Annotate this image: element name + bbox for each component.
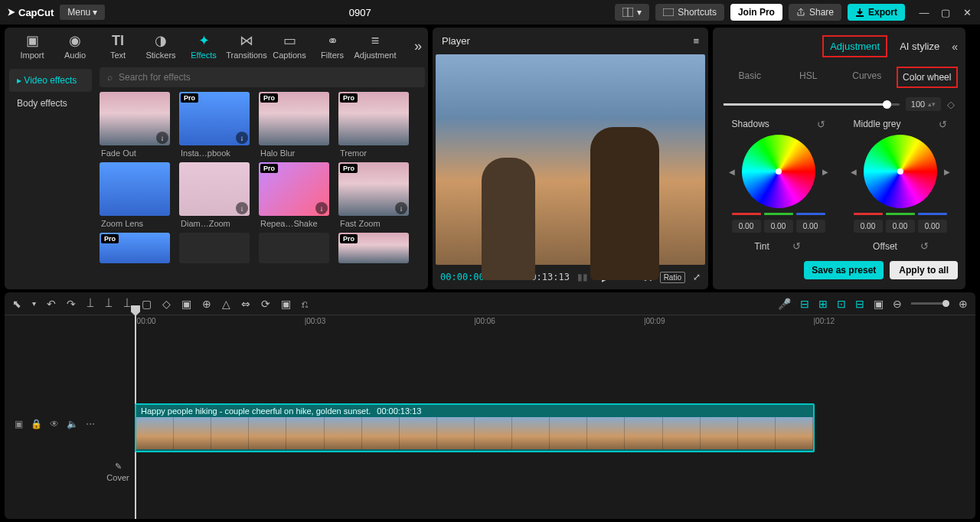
select-dropdown-icon[interactable]: ▾ bbox=[32, 299, 36, 308]
maximize-button[interactable]: ▢ bbox=[939, 7, 952, 18]
trim-left-tool[interactable]: ⟘ bbox=[105, 297, 113, 310]
nav-effects[interactable]: ✦Effects bbox=[182, 32, 225, 60]
middlegrey-b[interactable]: 0.00 bbox=[918, 220, 947, 233]
subtab-hsl[interactable]: HSL bbox=[779, 67, 838, 88]
arrow-right-icon[interactable]: ▶ bbox=[822, 168, 828, 176]
download-icon[interactable]: ↓ bbox=[156, 132, 168, 144]
subnav-body-effects[interactable]: Body effects bbox=[9, 92, 92, 115]
zoom-slider[interactable] bbox=[911, 302, 949, 305]
search-input[interactable]: ⌕ Search for effects bbox=[100, 67, 425, 87]
warning-tool[interactable]: △ bbox=[222, 298, 230, 310]
reset-intensity-icon[interactable]: ◇ bbox=[947, 99, 955, 110]
visibility-icon[interactable]: 👁 bbox=[50, 419, 59, 429]
crop-tool[interactable]: ▢ bbox=[142, 298, 152, 310]
shadows-r[interactable]: 0.00 bbox=[732, 220, 761, 233]
layout-button[interactable]: ▾ bbox=[615, 4, 649, 21]
save-as-preset-button[interactable]: Save as preset bbox=[804, 261, 884, 279]
middlegrey-g[interactable]: 0.00 bbox=[886, 220, 915, 233]
trim-right-tool[interactable]: ⟘ bbox=[123, 297, 131, 310]
shortcuts-button[interactable]: Shortcuts bbox=[655, 4, 724, 21]
share-button[interactable]: Share bbox=[789, 4, 841, 21]
group-tool[interactable]: ▣ bbox=[181, 298, 191, 310]
tab-aistylize[interactable]: AI stylize bbox=[893, 37, 946, 56]
track-toggle-icon[interactable]: ▣ bbox=[15, 419, 23, 429]
nav-transitions[interactable]: ⋈Transitions bbox=[225, 32, 268, 60]
marker-tool[interactable]: ◇ bbox=[162, 298, 171, 310]
play-tool[interactable]: ⊕ bbox=[202, 298, 211, 310]
nav-text[interactable]: TIText bbox=[96, 32, 139, 60]
export-button[interactable]: Export bbox=[848, 4, 905, 21]
split-tool[interactable]: ⟘ bbox=[87, 297, 94, 310]
lock-icon[interactable]: 🔒 bbox=[31, 419, 42, 429]
mute-icon[interactable]: 🔈 bbox=[67, 419, 78, 429]
snap-tool-4[interactable]: ⊟ bbox=[855, 298, 864, 310]
arrow-right-icon[interactable]: ▶ bbox=[944, 168, 950, 176]
close-button[interactable]: ✕ bbox=[960, 7, 974, 18]
fullscreen-icon[interactable]: ⤢ bbox=[693, 272, 701, 282]
nav-adjustment[interactable]: ≡Adjustment bbox=[354, 32, 397, 60]
effect-card[interactable]: Pro↓Insta…pbook bbox=[179, 92, 250, 158]
reset-offset-icon[interactable]: ↺ bbox=[920, 240, 929, 252]
arrow-left-icon[interactable]: ◀ bbox=[851, 168, 857, 176]
download-icon[interactable]: ↓ bbox=[395, 202, 407, 214]
middlegrey-r[interactable]: 0.00 bbox=[854, 220, 883, 233]
zoom-out-icon[interactable]: ⊖ bbox=[893, 298, 902, 310]
effect-card[interactable]: Pro↓Repea…Shake bbox=[259, 162, 329, 228]
effect-card[interactable]: Pro↓Fast Zoom bbox=[338, 162, 409, 228]
nav-audio[interactable]: ◉Audio bbox=[54, 32, 96, 60]
select-tool[interactable]: ⬉ bbox=[12, 298, 21, 310]
effect-card[interactable]: Pro bbox=[100, 233, 170, 263]
reset-middlegrey-icon[interactable]: ↺ bbox=[939, 119, 947, 130]
apply-to-all-button[interactable]: Apply to all bbox=[890, 261, 958, 279]
delete-tool[interactable]: ⎌ bbox=[302, 298, 308, 310]
effect-card[interactable]: ProHalo Blur bbox=[259, 92, 329, 158]
effect-card[interactable]: ProTremor bbox=[338, 92, 409, 158]
effect-card[interactable]: Zoom Lens bbox=[100, 162, 170, 228]
nav-import[interactable]: ▣Import bbox=[11, 32, 54, 60]
video-clip[interactable]: Happy people hiking - couple cheerful on… bbox=[135, 403, 815, 452]
effect-card[interactable] bbox=[179, 233, 250, 263]
nav-filters[interactable]: ⚭Filters bbox=[311, 32, 354, 60]
reset-tint-icon[interactable]: ↺ bbox=[792, 240, 801, 252]
rotate-tool[interactable]: ⟳ bbox=[261, 298, 270, 310]
menu-button[interactable]: Menu ▾ bbox=[60, 5, 105, 20]
time-ruler[interactable]: |00:00 |00:03 |00:06 |00:09 |00:12 |00:1… bbox=[5, 315, 975, 327]
reset-shadows-icon[interactable]: ↺ bbox=[817, 119, 825, 130]
cover-button[interactable]: ✎ Cover bbox=[104, 425, 132, 519]
expand-nav-button[interactable]: » bbox=[414, 38, 422, 54]
download-icon[interactable]: ↓ bbox=[315, 202, 328, 214]
collapse-icon[interactable]: « bbox=[952, 41, 958, 53]
shadows-b[interactable]: 0.00 bbox=[796, 220, 825, 233]
minimize-button[interactable]: — bbox=[917, 7, 931, 18]
subtab-color-wheel[interactable]: Color wheel bbox=[897, 67, 959, 88]
effect-card[interactable]: ↓Fade Out bbox=[100, 92, 170, 158]
zoom-in-icon[interactable]: ⊕ bbox=[959, 298, 968, 310]
download-icon[interactable]: ↓ bbox=[236, 132, 248, 144]
player-viewport[interactable] bbox=[436, 54, 705, 265]
arrow-left-icon[interactable]: ◀ bbox=[729, 168, 735, 176]
crop2-tool[interactable]: ▣ bbox=[281, 298, 291, 310]
subtab-curves[interactable]: Curves bbox=[838, 67, 897, 88]
snap-tool-1[interactable]: ⊟ bbox=[800, 298, 809, 310]
intensity-value[interactable]: 100▴▾ bbox=[906, 97, 941, 111]
ratio-button[interactable]: Ratio bbox=[660, 272, 685, 283]
snap-tool-3[interactable]: ⊡ bbox=[837, 298, 846, 310]
download-icon[interactable]: ↓ bbox=[236, 202, 248, 214]
effect-card[interactable] bbox=[259, 233, 329, 263]
subnav-video-effects[interactable]: ▸ Video effects bbox=[9, 69, 92, 92]
player-menu-icon[interactable]: ≡ bbox=[693, 35, 699, 47]
mic-icon[interactable]: 🎤 bbox=[778, 298, 791, 310]
shadows-g[interactable]: 0.00 bbox=[764, 220, 793, 233]
track-tool[interactable]: ▣ bbox=[874, 298, 884, 310]
nav-captions[interactable]: ▭Captions bbox=[268, 32, 311, 60]
timeline-tracks[interactable]: Happy people hiking - couple cheerful on… bbox=[132, 327, 975, 519]
more-icon[interactable]: ⋯ bbox=[86, 419, 95, 429]
tab-adjustment[interactable]: Adjustment bbox=[822, 35, 887, 57]
join-pro-button[interactable]: Join Pro bbox=[730, 4, 782, 21]
subtab-basic[interactable]: Basic bbox=[720, 67, 779, 88]
effect-card[interactable]: Pro bbox=[338, 233, 409, 263]
undo-button[interactable]: ↶ bbox=[47, 298, 56, 310]
effect-card[interactable]: ↓Diam…Zoom bbox=[179, 162, 250, 228]
intensity-slider[interactable] bbox=[724, 103, 900, 106]
redo-button[interactable]: ↷ bbox=[67, 298, 76, 310]
